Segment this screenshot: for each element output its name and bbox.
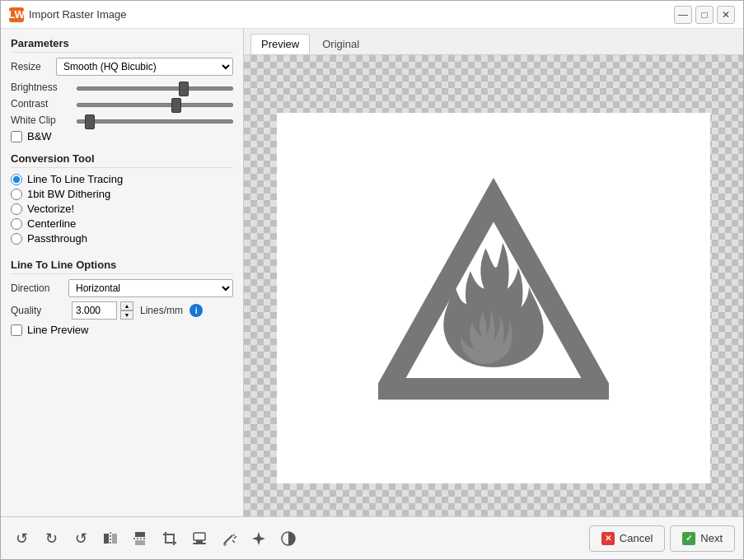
quality-increment-button[interactable]: ▲	[120, 301, 133, 310]
undo-button[interactable]: ↺	[9, 526, 34, 551]
flip-v-icon	[132, 530, 148, 547]
svg-line-16	[232, 540, 235, 543]
svg-rect-8	[166, 534, 174, 543]
app-icon: LW	[9, 7, 24, 22]
conversion-tool-title: Conversion Tool	[11, 152, 233, 168]
left-panel: Parameters Resize Smooth (HQ Bicubic) Ne…	[1, 29, 244, 516]
bw-row: B&W	[11, 130, 233, 142]
radio-line-to-line-input[interactable]	[11, 174, 22, 185]
resize-row: Resize Smooth (HQ Bicubic) Nearest Neigh…	[11, 58, 233, 76]
brightness-row: Brightness	[11, 81, 233, 93]
direction-label: Direction	[11, 282, 68, 294]
preview-area	[244, 55, 743, 516]
stamp-button[interactable]	[187, 526, 212, 551]
flip-h-icon	[102, 530, 119, 547]
svg-rect-10	[196, 540, 203, 543]
radio-vectorize-label: Vectorize!	[27, 203, 74, 215]
bw-label: B&W	[27, 130, 52, 142]
paint-icon	[221, 530, 237, 547]
window-title: Import Raster Image	[29, 8, 127, 21]
radio-centerline-input[interactable]	[11, 218, 22, 230]
svg-line-12	[224, 535, 232, 544]
flip-h-button[interactable]	[98, 526, 123, 551]
next-button[interactable]: ✓ Next	[670, 525, 735, 552]
direction-row: Direction Horizontal Vertical Diagonal	[11, 279, 233, 297]
direction-dropdown[interactable]: Horizontal Vertical Diagonal	[68, 279, 233, 297]
svg-rect-5	[135, 532, 145, 537]
paint-button[interactable]	[217, 526, 241, 551]
maximize-button[interactable]: □	[695, 6, 714, 24]
cancel-label: Cancel	[620, 532, 653, 544]
svg-line-15	[234, 536, 236, 539]
sharpen-button[interactable]	[246, 526, 271, 551]
quality-unit: Lines/mm	[140, 305, 183, 316]
close-button[interactable]: ✕	[717, 6, 735, 24]
line-preview-label: Line Preview	[27, 324, 88, 336]
cancel-icon: ✕	[601, 532, 615, 545]
white-clip-row: White Clip	[11, 114, 233, 126]
radio-dithering: 1bit BW Dithering	[11, 188, 233, 200]
main-content: Parameters Resize Smooth (HQ Bicubic) Ne…	[1, 29, 743, 516]
quality-decrement-button[interactable]: ▼	[120, 310, 133, 320]
bw-checkbox[interactable]	[11, 131, 22, 142]
svg-rect-2	[104, 534, 109, 544]
stamp-icon	[191, 530, 208, 547]
parameters-title: Parameters	[11, 37, 233, 53]
line-to-line-options-section: Line To Line Options Direction Horizonta…	[11, 259, 233, 339]
white-clip-label: White Clip	[11, 114, 77, 126]
svg-rect-6	[135, 540, 145, 545]
resize-dropdown[interactable]: Smooth (HQ Bicubic) Nearest Neighbor Bil…	[56, 58, 233, 76]
main-window: LW Import Raster Image — □ ✕ Parameters …	[0, 0, 744, 560]
brightness-label: Brightness	[11, 82, 77, 93]
radio-vectorize: Vectorize!	[11, 203, 233, 215]
white-clip-control	[77, 114, 233, 126]
bottom-toolbar: ↺ ↻ ↻	[1, 516, 743, 559]
brightness-control	[77, 81, 233, 93]
quality-row: Quality ▲ ▼ Lines/mm i	[11, 301, 233, 320]
redo-cw-button[interactable]: ↻	[39, 526, 63, 551]
radio-centerline-label: Centerline	[27, 217, 76, 230]
contrast-label: Contrast	[11, 98, 77, 110]
radio-vectorize-input[interactable]	[11, 203, 22, 215]
minimize-button[interactable]: —	[674, 6, 692, 24]
radio-line-to-line-label: Line To Line Tracing	[27, 173, 123, 185]
svg-point-14	[223, 543, 227, 546]
radio-dithering-input[interactable]	[11, 189, 22, 200]
svg-rect-11	[193, 543, 206, 544]
tab-original[interactable]: Original	[311, 34, 370, 54]
next-label: Next	[700, 532, 723, 544]
cancel-button[interactable]: ✕ Cancel	[589, 525, 665, 552]
radio-dithering-label: 1bit BW Dithering	[27, 188, 110, 200]
contrast-control	[77, 97, 233, 110]
svg-rect-3	[112, 534, 117, 544]
next-icon: ✓	[682, 532, 695, 545]
quality-label: Quality	[11, 305, 68, 316]
titlebar: LW Import Raster Image — □ ✕	[1, 1, 743, 29]
window-controls: — □ ✕	[674, 6, 735, 24]
contrast-row: Contrast	[11, 97, 233, 110]
radio-line-to-line: Line To Line Tracing	[11, 173, 233, 185]
quality-input[interactable]	[72, 301, 117, 320]
contrast-slider[interactable]	[77, 103, 233, 107]
flip-v-button[interactable]	[128, 526, 152, 551]
brightness-slider[interactable]	[77, 86, 233, 91]
image-container	[277, 113, 710, 483]
line-preview-checkbox[interactable]	[11, 324, 22, 336]
resize-label: Resize	[11, 61, 56, 72]
invert-button[interactable]	[276, 526, 301, 551]
sharpen-icon	[250, 530, 267, 547]
tab-preview[interactable]: Preview	[250, 34, 310, 54]
crop-button[interactable]	[157, 526, 182, 551]
redo-ccw-button[interactable]: ↻	[68, 526, 93, 551]
crop-icon	[161, 530, 178, 547]
radio-passthrough-input[interactable]	[11, 233, 22, 245]
quality-info-button[interactable]: i	[190, 304, 203, 317]
titlebar-left: LW Import Raster Image	[9, 7, 127, 22]
conversion-tool-section: Conversion Tool Line To Line Tracing 1bi…	[11, 152, 233, 247]
white-clip-slider[interactable]	[77, 119, 233, 124]
svg-rect-9	[194, 533, 205, 540]
flame-image	[378, 183, 609, 413]
line-preview-row: Line Preview	[11, 324, 233, 336]
invert-icon	[280, 530, 297, 547]
line-to-line-options-title: Line To Line Options	[11, 259, 233, 274]
